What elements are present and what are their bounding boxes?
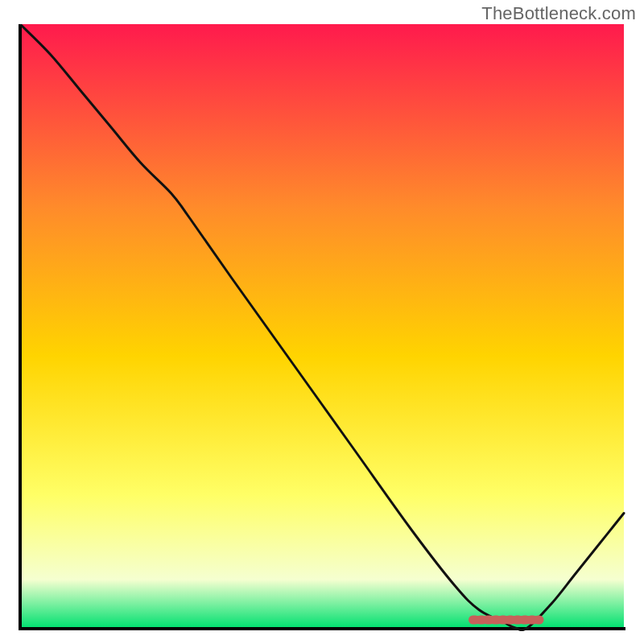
plot-svg [19, 24, 625, 631]
gradient-background [20, 24, 624, 628]
plot-area [19, 24, 625, 631]
watermark-text: TheBottleneck.com [481, 3, 636, 24]
chart-canvas: TheBottleneck.com [0, 0, 644, 644]
